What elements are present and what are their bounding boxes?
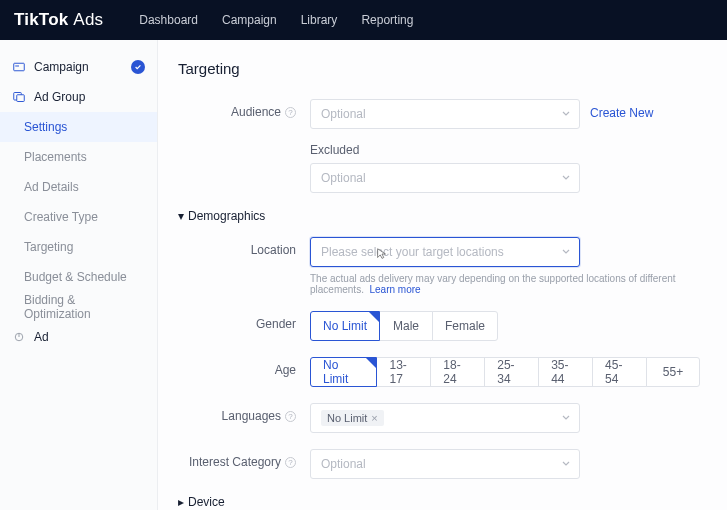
sidebar-item-targeting[interactable]: Targeting bbox=[0, 232, 157, 262]
top-bar: TikTok Ads Dashboard Campaign Library Re… bbox=[0, 0, 727, 40]
svg-rect-0 bbox=[14, 63, 25, 71]
placeholder: Optional bbox=[321, 457, 366, 471]
excluded-select[interactable]: Optional bbox=[310, 163, 580, 193]
sidebar-item-ad[interactable]: Ad bbox=[0, 322, 157, 352]
page-title: Targeting bbox=[178, 60, 699, 77]
label-excluded: Excluded bbox=[310, 143, 699, 157]
gender-nolimit[interactable]: No Limit bbox=[310, 311, 380, 341]
age-55plus[interactable]: 55+ bbox=[646, 357, 700, 387]
sidebar-item-campaign[interactable]: Campaign bbox=[0, 52, 157, 82]
gender-segment: No Limit Male Female bbox=[310, 311, 699, 341]
label-location: Location bbox=[178, 237, 310, 257]
placeholder: Optional bbox=[321, 107, 366, 121]
brand-bold: TikTok bbox=[14, 10, 68, 29]
sidebar-item-budget[interactable]: Budget & Schedule bbox=[0, 262, 157, 292]
label-age: Age bbox=[178, 357, 310, 377]
sidebar-item-adgroup[interactable]: Ad Group bbox=[0, 82, 157, 112]
sidebar-label: Campaign bbox=[34, 60, 89, 74]
gender-female[interactable]: Female bbox=[432, 311, 498, 341]
info-icon[interactable]: ? bbox=[285, 457, 296, 468]
placeholder: Please select your target locations bbox=[321, 245, 504, 259]
sidebar-label: Ad Details bbox=[24, 180, 79, 194]
gender-male[interactable]: Male bbox=[379, 311, 433, 341]
sidebar-label: Budget & Schedule bbox=[24, 270, 127, 284]
brand-light: Ads bbox=[73, 10, 103, 29]
sidebar-label: Ad Group bbox=[34, 90, 85, 104]
chevron-down-icon bbox=[561, 171, 571, 185]
sidebar-label: Targeting bbox=[24, 240, 73, 254]
language-tag: No Limit × bbox=[321, 410, 384, 426]
svg-rect-3 bbox=[17, 95, 25, 102]
nav-library[interactable]: Library bbox=[301, 13, 338, 27]
sidebar-item-creativetype[interactable]: Creative Type bbox=[0, 202, 157, 232]
info-icon[interactable]: ? bbox=[285, 411, 296, 422]
section-device[interactable]: ▸ Device bbox=[178, 495, 699, 509]
label-gender: Gender bbox=[178, 311, 310, 331]
sidebar-label: Ad bbox=[34, 330, 49, 344]
chevron-down-icon bbox=[561, 457, 571, 471]
audience-select[interactable]: Optional bbox=[310, 99, 580, 129]
caret-right-icon: ▸ bbox=[178, 495, 184, 509]
sidebar-item-settings[interactable]: Settings bbox=[0, 112, 157, 142]
location-hint: The actual ads delivery may vary dependi… bbox=[310, 273, 699, 295]
chevron-down-icon bbox=[561, 107, 571, 121]
age-segment: No Limit 13-17 18-24 25-34 35-44 45-54 5… bbox=[310, 357, 699, 387]
main-content: Targeting Audience ? Optional Create New… bbox=[158, 40, 727, 510]
age-35-44[interactable]: 35-44 bbox=[538, 357, 593, 387]
languages-select[interactable]: No Limit × bbox=[310, 403, 580, 433]
chevron-down-icon bbox=[561, 245, 571, 259]
nav-campaign[interactable]: Campaign bbox=[222, 13, 277, 27]
create-new-link[interactable]: Create New bbox=[590, 99, 653, 120]
sidebar-item-placements[interactable]: Placements bbox=[0, 142, 157, 172]
age-nolimit[interactable]: No Limit bbox=[310, 357, 377, 387]
sidebar-label: Placements bbox=[24, 150, 87, 164]
sidebar-item-bidding[interactable]: Bidding & Optimization bbox=[0, 292, 157, 322]
sidebar-label: Bidding & Optimization bbox=[24, 293, 145, 321]
info-icon[interactable]: ? bbox=[285, 107, 296, 118]
location-select[interactable]: Please select your target locations bbox=[310, 237, 580, 267]
sidebar-label: Creative Type bbox=[24, 210, 98, 224]
age-25-34[interactable]: 25-34 bbox=[484, 357, 539, 387]
top-nav: Dashboard Campaign Library Reporting bbox=[139, 13, 413, 27]
sidebar: Campaign Ad Group Settings Placements Ad… bbox=[0, 40, 158, 510]
section-demographics[interactable]: ▾ Demographics bbox=[178, 209, 699, 223]
sidebar-label: Settings bbox=[24, 120, 67, 134]
label-audience: Audience ? bbox=[178, 99, 310, 119]
label-interest: Interest Category ? bbox=[178, 449, 310, 469]
age-45-54[interactable]: 45-54 bbox=[592, 357, 647, 387]
chevron-down-icon bbox=[561, 411, 571, 425]
age-13-17[interactable]: 13-17 bbox=[376, 357, 431, 387]
placeholder: Optional bbox=[321, 171, 366, 185]
adgroup-icon bbox=[12, 90, 26, 104]
svg-rect-1 bbox=[15, 66, 19, 67]
learn-more-link[interactable]: Learn more bbox=[369, 284, 420, 295]
interest-select[interactable]: Optional bbox=[310, 449, 580, 479]
age-18-24[interactable]: 18-24 bbox=[430, 357, 485, 387]
campaign-icon bbox=[12, 60, 26, 74]
nav-dashboard[interactable]: Dashboard bbox=[139, 13, 198, 27]
ad-icon bbox=[12, 330, 26, 344]
close-icon[interactable]: × bbox=[371, 412, 377, 424]
sidebar-item-addetails[interactable]: Ad Details bbox=[0, 172, 157, 202]
caret-down-icon: ▾ bbox=[178, 209, 184, 223]
nav-reporting[interactable]: Reporting bbox=[361, 13, 413, 27]
check-icon bbox=[131, 60, 145, 74]
brand-logo: TikTok Ads bbox=[14, 10, 103, 30]
label-languages: Languages ? bbox=[178, 403, 310, 423]
